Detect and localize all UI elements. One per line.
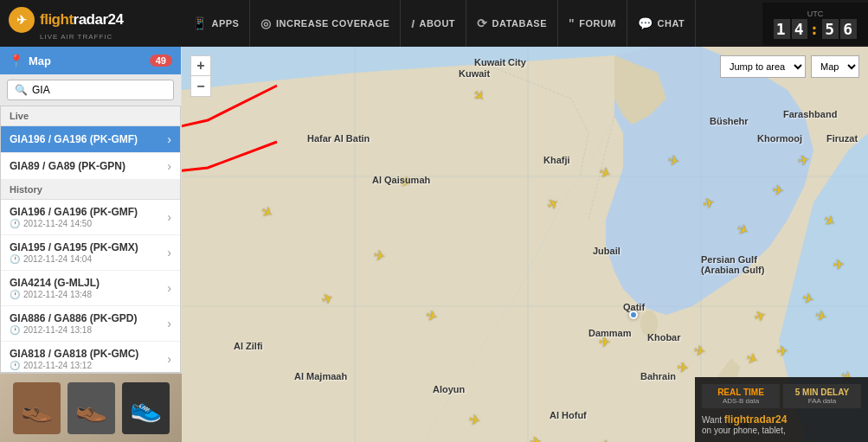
live-section-label: Live xyxy=(1,106,180,126)
nav-about[interactable]: i ABOUT xyxy=(401,0,466,47)
logo-icon: ✈ xyxy=(9,7,35,33)
fr24-brand: flightradar24 xyxy=(724,413,788,426)
map-badge: 49 xyxy=(150,54,172,67)
zoom-out-button[interactable]: − xyxy=(190,76,211,97)
main-area: 📍 Map 49 🔍 Live GIA196 / GA196 (PK-GMF) … xyxy=(0,47,868,442)
plane-icon-20[interactable]: ✈ xyxy=(775,342,788,359)
map-type-select[interactable]: Map xyxy=(811,55,859,78)
chevron-right-icon: › xyxy=(167,210,171,224)
nav-links: 📱 APPS ◎ INCREASE COVERAGE i ABOUT ⟳ DAT… xyxy=(182,0,762,47)
shoe-image-3: 👟 xyxy=(122,382,170,434)
plane-icon-24[interactable]: ✈ xyxy=(529,432,542,442)
coverage-icon: ◎ xyxy=(260,16,272,30)
realtime-badge: REAL TIME ADS-B data xyxy=(702,384,780,408)
shoe-image-2: 👞 xyxy=(68,382,115,434)
map-pin-icon: 📍 xyxy=(9,54,23,67)
live-item-0[interactable]: GIA196 / GA196 (PK-GMF) › xyxy=(1,126,180,153)
map-controls: + − xyxy=(190,55,211,97)
forum-icon: " xyxy=(569,16,575,30)
nav-coverage[interactable]: ◎ INCREASE COVERAGE xyxy=(250,0,401,47)
database-icon: ⟳ xyxy=(477,16,488,30)
chevron-right-icon: › xyxy=(167,352,171,366)
notify-bottom: Want flightradar24 on your phone, tablet… xyxy=(702,413,861,435)
about-icon: i xyxy=(411,17,415,30)
clock-icon: 🕐 xyxy=(10,325,20,335)
history-section-label: History xyxy=(1,180,180,200)
history-item-1[interactable]: GIA195 / GA195 (PK-GMX) 🕐 2012-11-24 14:… xyxy=(1,235,180,271)
top-navigation: ✈ flightradar24 LIVE AIR TRAFFIC 📱 APPS … xyxy=(0,0,868,47)
map-tab-label: Map xyxy=(29,54,51,67)
map-topbar: Jump to area Map xyxy=(220,55,859,78)
shoe-image-1: 👞 xyxy=(13,382,61,434)
logo-main: ✈ flightradar24 xyxy=(9,7,123,33)
logo-area: ✈ flightradar24 LIVE AIR TRAFFIC xyxy=(0,7,182,41)
search-area: 🔍 xyxy=(0,74,181,106)
history-item-2[interactable]: GIA4214 (G-MLJL) 🕐 2012-11-24 13:48 › xyxy=(1,271,180,306)
jump-to-area-select[interactable]: Jump to area xyxy=(720,55,806,78)
nav-forum[interactable]: " FORUM xyxy=(558,0,627,47)
history-item-4[interactable]: GIA818 / GA818 (PK-GMC) 🕐 2012-11-24 13:… xyxy=(1,342,180,373)
clock-icon: 🕐 xyxy=(10,254,20,264)
plane-icon-10[interactable]: ✈ xyxy=(771,182,784,199)
sidebar: 📍 Map 49 🔍 Live GIA196 / GA196 (PK-GMF) … xyxy=(0,47,182,442)
chevron-right-icon: › xyxy=(167,132,171,146)
nav-apps[interactable]: 📱 APPS xyxy=(182,0,250,47)
logo-subtitle: LIVE AIR TRAFFIC xyxy=(40,33,113,41)
chevron-right-icon: › xyxy=(167,281,171,295)
map-area[interactable]: + − Jump to area Map ✈✈✈✈✈✈✈✈✈✈✈✈✈✈✈✈✈✈✈… xyxy=(182,47,868,442)
chevron-right-icon: › xyxy=(167,246,171,259)
ad-banner: 👞 👞 👟 xyxy=(0,373,182,442)
search-icon: 🔍 xyxy=(15,84,28,96)
clock-area: UTC 14:56 xyxy=(762,3,868,45)
clock-time: 14:56 xyxy=(773,20,858,38)
nav-database[interactable]: ⟳ DATABASE xyxy=(466,0,558,47)
dropdown: Live GIA196 / GA196 (PK-GMF) › GIA89 / G… xyxy=(0,106,181,373)
notify-top: REAL TIME ADS-B data 5 MIN DELAY FAA dat… xyxy=(702,384,861,408)
chevron-right-icon: › xyxy=(167,317,171,330)
history-item-0[interactable]: GIA196 / GA196 (PK-GMF) 🕐 2012-11-24 14:… xyxy=(1,200,180,235)
clock-icon: 🕐 xyxy=(10,219,20,228)
logo-text: flightradar24 xyxy=(40,11,123,29)
zoom-in-button[interactable]: + xyxy=(190,55,211,76)
delay-badge: 5 MIN DELAY FAA data xyxy=(783,384,861,408)
plane-icon-17[interactable]: ✈ xyxy=(676,359,689,376)
map-tab[interactable]: 📍 Map 49 xyxy=(0,47,181,74)
history-item-3[interactable]: GIA886 / GA886 (PK-GPD) 🕐 2012-11-24 13:… xyxy=(1,306,180,342)
chevron-right-icon: › xyxy=(167,159,171,173)
search-box: 🔍 xyxy=(7,80,174,100)
notification-panel: REAL TIME ADS-B data 5 MIN DELAY FAA dat… xyxy=(695,377,868,442)
apps-icon: 📱 xyxy=(192,16,208,30)
svg-point-1 xyxy=(640,311,658,336)
search-input[interactable] xyxy=(32,84,166,96)
plane-icon-13[interactable]: ✈ xyxy=(832,255,845,272)
clock-icon: 🕐 xyxy=(10,290,20,299)
live-item-1[interactable]: GIA89 / GA89 (PK-GPN) › xyxy=(1,153,180,180)
plane-icon-27[interactable]: ✈ xyxy=(599,334,610,350)
chat-icon: 💬 xyxy=(638,16,653,30)
nav-chat[interactable]: 💬 CHAT xyxy=(627,0,696,47)
clock-icon: 🕐 xyxy=(10,361,20,370)
location-pin xyxy=(629,311,638,319)
ad-placeholder: 👞 👞 👟 xyxy=(0,374,182,442)
